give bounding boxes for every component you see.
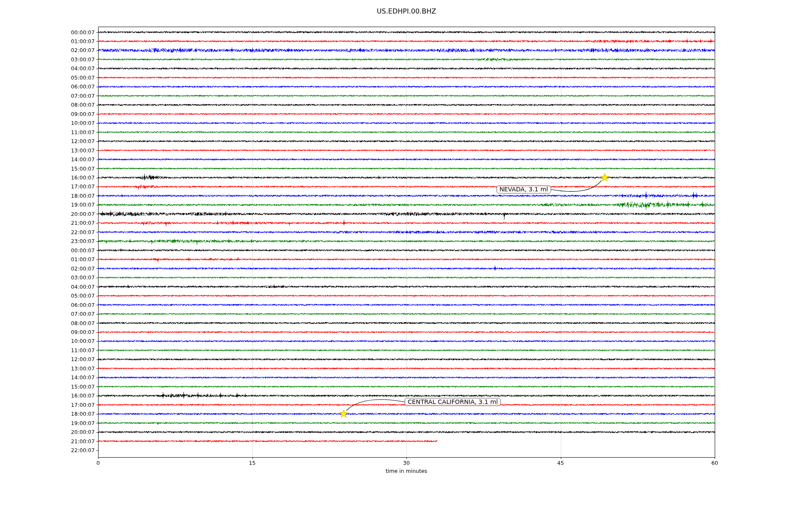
row-label: 04:00:07: [56, 65, 95, 72]
row-label: 18:00:07: [56, 411, 95, 417]
row-label: 10:00:07: [56, 338, 95, 344]
row-label: 04:00:07: [56, 284, 95, 290]
row-label: 01:00:07: [56, 256, 95, 262]
row-label: 10:00:07: [56, 120, 95, 126]
row-label: 13:00:07: [56, 147, 95, 154]
row-label: 16:00:07: [56, 392, 95, 399]
chart-title: US.EDHPI.00.BHZ: [377, 7, 436, 15]
row-label: 02:00:07: [56, 47, 95, 53]
x-axis-label: time in minutes: [386, 468, 427, 474]
row-label: 14:00:07: [56, 374, 95, 381]
row-label: 19:00:07: [56, 420, 95, 426]
x-tick-label: 60: [711, 460, 718, 466]
row-label: 05:00:07: [56, 293, 95, 299]
row-label: 09:00:07: [56, 111, 95, 117]
row-label: 15:00:07: [56, 384, 95, 390]
row-label: 14:00:07: [56, 156, 95, 163]
row-label: 17:00:07: [56, 402, 95, 408]
row-label: 00:00:07: [56, 29, 95, 36]
row-label: 06:00:07: [56, 302, 95, 308]
seismogram-canvas: [0, 0, 812, 508]
row-label: 02:00:07: [56, 265, 95, 272]
row-label: 16:00:07: [56, 174, 95, 181]
row-label: 06:00:07: [56, 83, 95, 90]
row-label: 21:00:07: [56, 438, 95, 444]
row-label: 20:00:07: [56, 429, 95, 435]
row-label: 03:00:07: [56, 56, 95, 63]
row-label: 17:00:07: [56, 183, 95, 190]
row-label: 18:00:07: [56, 193, 95, 199]
row-label: 21:00:07: [56, 220, 95, 226]
row-label: 09:00:07: [56, 329, 95, 335]
row-label: 12:00:07: [56, 356, 95, 362]
x-tick-label: 0: [96, 460, 100, 466]
seismogram-page: US.EDHPI.00.BHZ 00:00:0701:00:0702:00:07…: [0, 0, 812, 508]
row-label: 23:00:07: [56, 238, 95, 244]
row-label: 07:00:07: [56, 93, 95, 99]
row-label: 11:00:07: [56, 347, 95, 353]
row-label: 08:00:07: [56, 102, 95, 108]
row-label: 20:00:07: [56, 211, 95, 217]
x-tick-label: 45: [557, 460, 564, 466]
row-label: 15:00:07: [56, 166, 95, 172]
annotation-nevada: NEVADA, 3.1 ml: [497, 185, 551, 193]
x-tick-label: 30: [403, 460, 410, 466]
row-label: 00:00:07: [56, 247, 95, 254]
row-label: 13:00:07: [56, 365, 95, 372]
x-tick-label: 15: [249, 460, 256, 466]
row-label: 19:00:07: [56, 202, 95, 208]
row-label: 05:00:07: [56, 75, 95, 81]
annotation-central-california: CENTRAL CALIFORNIA, 3.1 ml: [405, 398, 501, 406]
row-label: 03:00:07: [56, 274, 95, 281]
row-label: 22:00:07: [56, 447, 95, 453]
row-label: 12:00:07: [56, 138, 95, 144]
row-label: 07:00:07: [56, 311, 95, 317]
row-label: 22:00:07: [56, 229, 95, 235]
row-label: 08:00:07: [56, 320, 95, 326]
row-label: 11:00:07: [56, 129, 95, 135]
row-label: 01:00:07: [56, 38, 95, 44]
